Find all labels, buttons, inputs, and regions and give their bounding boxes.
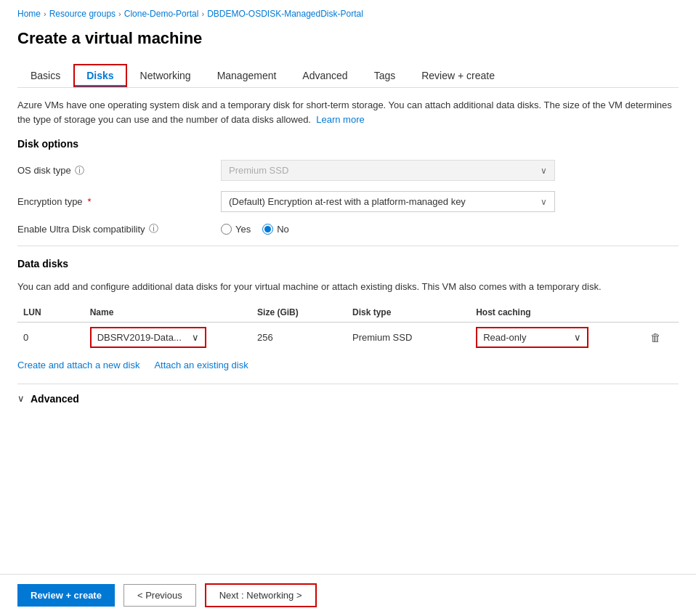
disk-name-cell: DBSRV2019-Data... ∨ — [84, 322, 251, 352]
disk-cache-value: Read-only — [483, 332, 526, 343]
tab-review-create[interactable]: Review + create — [408, 64, 508, 87]
disk-cache-cell: Read-only ∨ — [470, 322, 642, 352]
encryption-type-row: Encryption type * (Default) Encryption a… — [17, 191, 679, 212]
os-disk-type-info-icon[interactable]: ⓘ — [75, 164, 84, 177]
attach-existing-disk-link[interactable]: Attach an existing disk — [154, 360, 248, 370]
disk-size: 256 — [251, 322, 347, 352]
disk-type: Premium SSD — [347, 322, 470, 352]
breadcrumb-resource-groups[interactable]: Resource groups — [49, 9, 116, 19]
disk-name-value: DBSRV2019-Data... — [97, 332, 182, 343]
learn-more-link[interactable]: Learn more — [316, 114, 364, 125]
col-header-host-caching: Host caching — [470, 304, 642, 323]
encryption-type-chevron-down-icon: ∨ — [541, 197, 547, 207]
col-header-size: Size (GiB) — [251, 304, 347, 323]
data-disks-description: You can add and configure additional dat… — [17, 280, 679, 294]
advanced-chevron-down-icon: ∨ — [17, 393, 25, 404]
ultra-disk-radio-group: Yes No — [221, 224, 289, 235]
divider-1 — [17, 246, 679, 246]
os-disk-type-row: OS disk type ⓘ Premium SSD ∨ — [17, 160, 679, 181]
disk-options-header: Disk options — [17, 138, 679, 150]
breadcrumb-current: DBDEMO-OSDISK-ManagedDisk-Portal — [207, 9, 363, 19]
disk-delete-cell: 🗑 — [642, 322, 679, 352]
advanced-section-toggle[interactable]: ∨ Advanced — [17, 384, 679, 413]
breadcrumb: Home › Resource groups › Clone-Demo-Port… — [17, 9, 679, 19]
table-row: 0 DBSRV2019-Data... ∨ 256 Premium SSD Re… — [17, 322, 679, 352]
col-header-name: Name — [84, 304, 251, 323]
ultra-disk-label: Enable Ultra Disk compatibility ⓘ — [17, 222, 221, 235]
disk-delete-button[interactable]: 🗑 — [647, 330, 664, 345]
breadcrumb-home[interactable]: Home — [17, 9, 41, 19]
ultra-disk-yes-option[interactable]: Yes — [221, 224, 251, 235]
os-disk-type-chevron-down-icon: ∨ — [541, 166, 547, 176]
disk-links: Create and attach a new disk Attach an e… — [17, 360, 679, 370]
ultra-disk-info-icon[interactable]: ⓘ — [149, 222, 158, 235]
ultra-disk-no-radio[interactable] — [262, 224, 273, 235]
data-disks-table: LUN Name Size (GiB) Disk type Host cachi… — [17, 304, 679, 352]
data-disks-header: Data disks — [17, 258, 679, 270]
tab-networking[interactable]: Networking — [127, 64, 204, 87]
disk-cache-chevron-down-icon: ∨ — [574, 332, 581, 343]
disk-name-chevron-down-icon: ∨ — [192, 332, 199, 343]
tab-bar: Basics Disks Networking Management Advan… — [17, 64, 679, 88]
os-disk-type-dropdown[interactable]: Premium SSD ∨ — [221, 160, 555, 181]
col-header-lun: LUN — [17, 304, 84, 323]
ultra-disk-yes-radio[interactable] — [221, 224, 232, 235]
tab-advanced[interactable]: Advanced — [289, 64, 360, 87]
disk-cache-dropdown[interactable]: Read-only ∨ — [476, 327, 588, 348]
tab-management[interactable]: Management — [204, 64, 290, 87]
advanced-section-label: Advanced — [31, 393, 79, 405]
ultra-disk-row: Enable Ultra Disk compatibility ⓘ Yes No — [17, 222, 679, 235]
ultra-disk-no-option[interactable]: No — [262, 224, 289, 235]
disk-name-dropdown[interactable]: DBSRV2019-Data... ∨ — [90, 327, 206, 348]
os-disk-type-label: OS disk type ⓘ — [17, 164, 221, 177]
encryption-type-label: Encryption type * — [17, 196, 221, 207]
tab-tags[interactable]: Tags — [361, 64, 409, 87]
encryption-type-dropdown[interactable]: (Default) Encryption at-rest with a plat… — [221, 191, 555, 212]
page-title: Create a virtual machine — [17, 29, 679, 48]
disk-lun: 0 — [17, 322, 84, 352]
breadcrumb-clone-demo[interactable]: Clone-Demo-Portal — [124, 9, 199, 19]
create-attach-new-disk-link[interactable]: Create and attach a new disk — [17, 360, 139, 370]
tab-disks[interactable]: Disks — [73, 64, 126, 87]
tab-basics[interactable]: Basics — [17, 64, 73, 87]
page-description: Azure VMs have one operating system disk… — [17, 98, 679, 126]
col-header-disk-type: Disk type — [347, 304, 470, 323]
